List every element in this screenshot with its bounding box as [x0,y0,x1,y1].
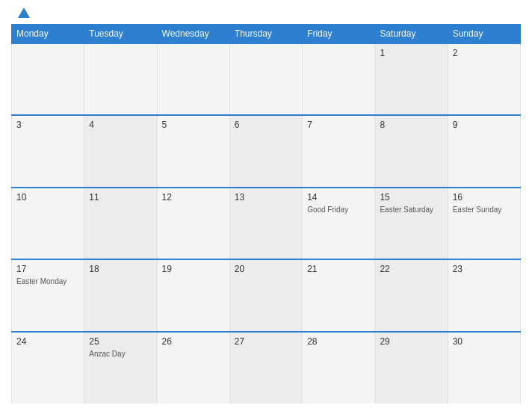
day-number: 7 [307,120,370,130]
day-number: 14 [307,192,370,203]
day-number: 16 [453,192,516,203]
weekday-header-friday: Friday [303,25,375,44]
calendar-cell: 10 [12,188,84,259]
header [11,7,521,18]
day-number: 13 [235,192,297,203]
calendar-cell: 23 [448,259,520,331]
calendar-cell: 11 [84,188,157,259]
day-number: 8 [380,120,442,130]
day-number: 18 [89,264,152,274]
calendar-cell: 2 [448,43,520,115]
calendar-cell [84,43,157,115]
day-number: 5 [162,120,225,130]
calendar-cell: 14Good Friday [303,188,375,259]
calendar-cell: 30 [448,332,520,404]
holiday-label: Easter Saturday [380,205,442,214]
day-number: 17 [16,264,79,274]
calendar-week-row: 3456789 [12,115,521,187]
calendar-cell: 15Easter Saturday [375,188,448,259]
day-number: 12 [162,192,225,203]
holiday-label: Easter Monday [16,276,79,286]
calendar-cell: 27 [229,332,302,404]
day-number: 22 [380,264,442,274]
calendar-cell [229,43,302,115]
calendar-cell [12,43,84,115]
day-number: 2 [453,48,516,58]
calendar-cell [157,43,229,115]
calendar-cell: 29 [375,332,448,404]
holiday-label: Anzac Day [89,349,152,359]
day-number: 19 [162,264,225,274]
day-number: 10 [16,192,79,203]
day-number: 29 [380,336,442,347]
day-number: 20 [235,264,297,274]
logo [15,7,31,18]
day-number: 4 [89,120,152,130]
day-number: 27 [235,336,297,347]
day-number: 6 [235,120,297,130]
calendar-cell: 13 [229,188,302,259]
calendar-cell: 20 [229,259,302,331]
calendar-cell: 12 [157,188,229,259]
calendar-cell: 18 [84,259,157,331]
calendar-cell: 21 [303,259,375,331]
calendar-table: MondayTuesdayWednesdayThursdayFridaySatu… [11,24,521,404]
day-number: 25 [89,336,152,347]
weekday-header-monday: Monday [12,25,84,44]
day-number: 23 [453,264,516,274]
weekday-header-row: MondayTuesdayWednesdayThursdayFridaySatu… [12,25,521,44]
calendar-cell: 26 [157,332,229,404]
day-number: 1 [380,48,442,58]
day-number: 11 [89,192,152,203]
calendar-cell: 7 [303,115,375,187]
calendar-cell: 17Easter Monday [12,259,84,331]
calendar-cell: 4 [84,115,157,187]
calendar-cell: 1 [375,43,448,115]
weekday-header-saturday: Saturday [375,25,448,44]
calendar-cell: 28 [303,332,375,404]
day-number: 28 [307,336,370,347]
day-number: 3 [16,120,79,130]
day-number: 26 [162,336,225,347]
day-number: 30 [453,336,516,347]
calendar-week-row: 1011121314Good Friday15Easter Saturday16… [12,188,521,259]
day-number: 21 [307,264,370,274]
calendar-cell: 16Easter Sunday [448,188,520,259]
calendar-cell: 5 [157,115,229,187]
calendar-cell: 22 [375,259,448,331]
weekday-header-wednesday: Wednesday [157,25,229,44]
calendar-cell: 6 [229,115,302,187]
weekday-header-thursday: Thursday [229,25,302,44]
calendar-cell [303,43,375,115]
calendar-cell: 25Anzac Day [84,332,157,404]
day-number: 24 [16,336,79,347]
calendar-cell: 3 [12,115,84,187]
logo-triangle-icon [18,7,30,18]
day-number: 15 [380,192,442,203]
calendar-week-row: 2425Anzac Day2627282930 [12,332,521,404]
calendar-week-row: 12 [12,43,521,115]
calendar-cell: 9 [448,115,520,187]
holiday-label: Easter Sunday [453,205,516,214]
calendar-week-row: 17Easter Monday181920212223 [12,259,521,331]
weekday-header-tuesday: Tuesday [84,25,157,44]
holiday-label: Good Friday [307,205,370,214]
calendar-cell: 19 [157,259,229,331]
calendar-cell: 8 [375,115,448,187]
day-number: 9 [453,120,516,130]
calendar-cell: 24 [12,332,84,404]
page: MondayTuesdayWednesdayThursdayFridaySatu… [0,0,532,411]
weekday-header-sunday: Sunday [448,25,520,44]
